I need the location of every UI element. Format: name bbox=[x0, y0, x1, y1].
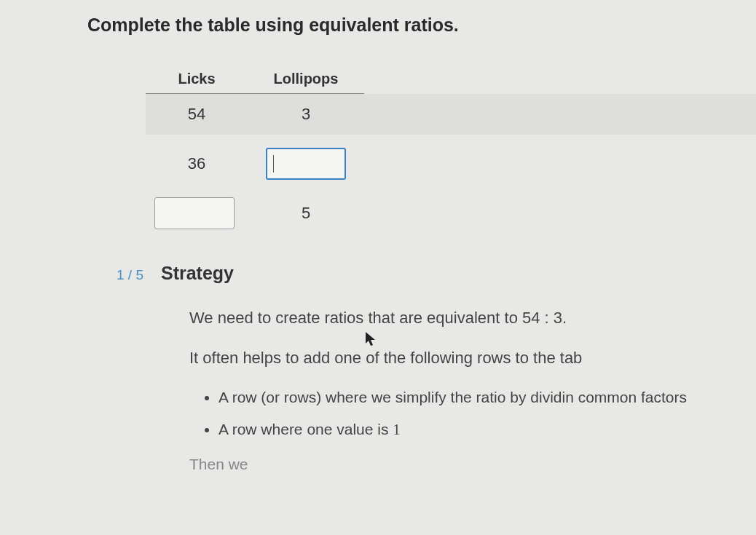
bullet2-number: 1 bbox=[393, 421, 401, 438]
licks-input-row3[interactable] bbox=[154, 197, 235, 229]
cell-licks-1: 54 bbox=[146, 96, 248, 132]
p1-text-a: We need to create ratios that are equiva… bbox=[189, 309, 522, 327]
list-item: A row where one value is 1 bbox=[218, 418, 756, 442]
paragraph-1: We need to create ratios that are equiva… bbox=[189, 306, 756, 330]
p1-text-b: . bbox=[562, 309, 567, 327]
strategy-heading: Strategy bbox=[161, 263, 234, 284]
ratio-value: 54 : 3 bbox=[522, 309, 562, 327]
table-row: 54 3 bbox=[146, 94, 756, 135]
cell-lollipops-3: 5 bbox=[248, 195, 364, 231]
text-cursor bbox=[273, 155, 274, 173]
cell-licks-3-wrapper bbox=[146, 193, 248, 234]
lollipops-input-row2[interactable] bbox=[266, 148, 346, 180]
cutoff-text: Then we bbox=[189, 456, 756, 473]
strategy-section: 1 / 5 Strategy bbox=[117, 263, 756, 284]
table-row: 5 bbox=[146, 193, 756, 234]
table-header-row: Licks Lollipops bbox=[146, 65, 756, 94]
cell-lollipops-1: 3 bbox=[248, 96, 364, 132]
paragraph-2: It often helps to add one of the followi… bbox=[189, 346, 756, 370]
list-item: A row (or rows) where we simplify the ra… bbox=[218, 386, 756, 409]
header-lollipops: Lollipops bbox=[248, 65, 364, 94]
table-row: 36 bbox=[146, 135, 756, 193]
question-title: Complete the table using equivalent rati… bbox=[87, 15, 756, 36]
bullet2-text: A row where one value is bbox=[218, 421, 393, 437]
cell-licks-2: 36 bbox=[146, 146, 248, 182]
step-counter: 1 / 5 bbox=[117, 267, 143, 283]
hint-list: A row (or rows) where we simplify the ra… bbox=[218, 386, 756, 441]
cell-lollipops-2-wrapper bbox=[248, 135, 364, 193]
ratio-table: Licks Lollipops 54 3 36 5 bbox=[146, 65, 756, 234]
header-licks: Licks bbox=[146, 65, 248, 94]
